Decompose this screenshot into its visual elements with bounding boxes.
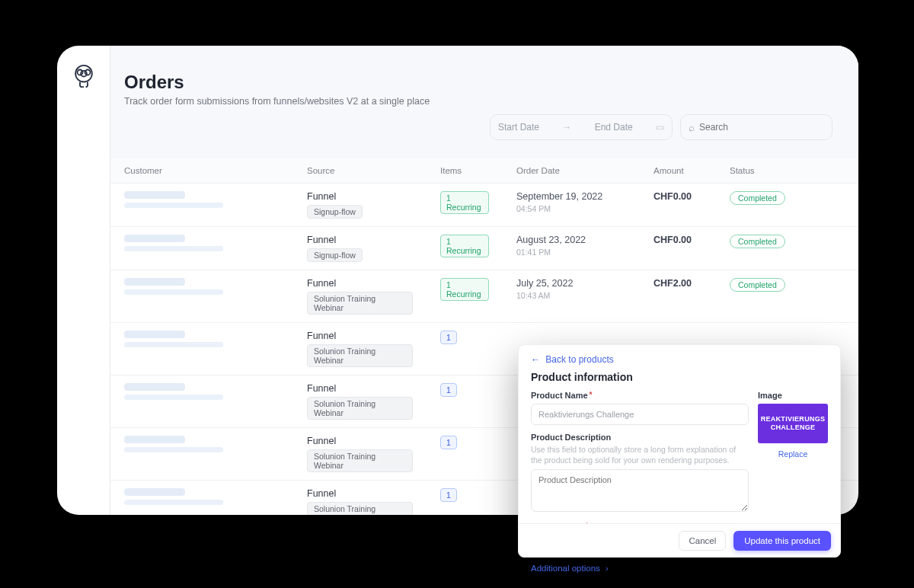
- image-label: Image: [758, 391, 828, 400]
- source-cell: FunnelSignup-flow: [293, 227, 427, 270]
- col-order-date: Order Date: [503, 158, 640, 184]
- search-input[interactable]: [699, 122, 824, 133]
- cancel-button[interactable]: Cancel: [679, 531, 726, 551]
- product-desc-help: Use this field to optionally store a lon…: [531, 444, 749, 465]
- product-desc-label: Product Description: [531, 433, 749, 442]
- source-cell: FunnelSolunion Training Webinar: [293, 428, 427, 481]
- col-items: Items: [427, 158, 503, 184]
- status-cell: Completed: [716, 227, 858, 270]
- page-header: Orders Track order form submissions from…: [110, 46, 858, 158]
- items-cell: 1 Recurring: [427, 184, 503, 227]
- table-row[interactable]: FunnelSignup-flow1 RecurringAugust 23, 2…: [110, 227, 858, 270]
- date-range-picker[interactable]: Start Date → End Date ▭: [490, 114, 673, 140]
- product-name-input[interactable]: [531, 404, 749, 425]
- customer-cell: [110, 428, 293, 481]
- panel-title: Product information: [531, 371, 828, 383]
- page-title: Orders: [124, 72, 845, 93]
- items-cell: 1: [427, 428, 503, 481]
- source-chip: Solunion Training Webinar: [307, 397, 413, 420]
- product-name-label: Product Name: [531, 391, 749, 400]
- recurring-badge: 1: [440, 488, 457, 502]
- order-date-cell: July 25, 202210:43 AM: [503, 270, 640, 323]
- page-subtitle: Track order form submissions from funnel…: [124, 96, 845, 107]
- product-info-panel: ← Back to products Product information P…: [518, 344, 841, 558]
- calendar-icon: ▭: [656, 122, 664, 133]
- customer-cell: [110, 227, 293, 270]
- table-row[interactable]: FunnelSolunion Training Webinar1 Recurri…: [110, 270, 858, 323]
- back-to-products-link[interactable]: ← Back to products: [531, 354, 828, 365]
- source-chip: Solunion Training Webinar: [307, 502, 413, 515]
- col-customer: Customer: [110, 158, 293, 184]
- amount-cell: CHF2.00: [640, 270, 716, 323]
- toolbar: Start Date → End Date ▭ ⌕: [124, 107, 845, 148]
- customer-cell: [110, 481, 293, 516]
- col-amount: Amount: [640, 158, 716, 184]
- items-cell: 1: [427, 375, 503, 428]
- amount-cell: CHF0.00: [640, 227, 716, 270]
- source-chip: Signup-flow: [307, 205, 363, 219]
- recurring-badge: 1 Recurring: [440, 278, 489, 301]
- product-desc-input[interactable]: [531, 469, 749, 512]
- status-badge: Completed: [730, 278, 785, 292]
- status-cell: Completed: [716, 184, 858, 227]
- date-start: Start Date: [498, 122, 539, 133]
- arrow-left-icon: ←: [531, 354, 540, 365]
- customer-cell: [110, 270, 293, 323]
- items-cell: 1 Recurring: [427, 227, 503, 270]
- status-cell: Completed: [716, 270, 858, 323]
- col-status: Status: [716, 158, 858, 184]
- recurring-badge: 1: [440, 383, 457, 397]
- source-chip: Solunion Training Webinar: [307, 449, 413, 472]
- source-cell: FunnelSolunion Training Webinar: [293, 270, 427, 323]
- order-date-cell: August 23, 202201:41 PM: [503, 227, 640, 270]
- customer-cell: [110, 323, 293, 375]
- items-cell: 1: [427, 481, 503, 516]
- source-cell: FunnelSolunion Training Webinar: [293, 375, 427, 428]
- recurring-badge: 1 Recurring: [440, 235, 489, 257]
- source-chip: Solunion Training Webinar: [307, 344, 413, 367]
- recurring-badge: 1: [440, 436, 457, 449]
- table-row[interactable]: FunnelSignup-flow1 RecurringSeptember 19…: [110, 184, 858, 227]
- source-cell: FunnelSignup-flow: [293, 184, 427, 227]
- status-badge: Completed: [730, 235, 785, 248]
- product-image-thumb[interactable]: REAKTIVIERUNGS CHALLENGE: [758, 404, 828, 443]
- additional-options-link[interactable]: Additional options ›: [531, 564, 749, 573]
- source-chip: Solunion Training Webinar: [307, 292, 413, 315]
- source-cell: FunnelSolunion Training Webinar: [293, 481, 427, 516]
- app-logo-icon: [69, 61, 99, 91]
- source-cell: FunnelSolunion Training Webinar: [293, 323, 427, 375]
- items-cell: 1 Recurring: [427, 270, 503, 323]
- chevron-right-icon: ›: [606, 564, 609, 573]
- arrow-right-icon: →: [562, 122, 571, 133]
- sidebar: [57, 46, 110, 515]
- order-date-cell: September 19, 202204:54 PM: [503, 184, 640, 227]
- date-end: End Date: [595, 122, 633, 133]
- source-chip: Signup-flow: [307, 248, 363, 262]
- search-box[interactable]: ⌕: [680, 114, 833, 140]
- amount-cell: CHF0.00: [640, 184, 716, 227]
- update-product-button[interactable]: Update this product: [733, 531, 831, 551]
- customer-cell: [110, 375, 293, 428]
- recurring-badge: 1: [440, 331, 457, 344]
- replace-image-link[interactable]: Replace: [758, 449, 828, 459]
- customer-cell: [110, 184, 293, 227]
- col-source: Source: [293, 158, 427, 184]
- status-badge: Completed: [730, 191, 785, 205]
- search-icon: ⌕: [689, 122, 695, 133]
- items-cell: 1: [427, 323, 503, 375]
- recurring-badge: 1 Recurring: [440, 191, 489, 214]
